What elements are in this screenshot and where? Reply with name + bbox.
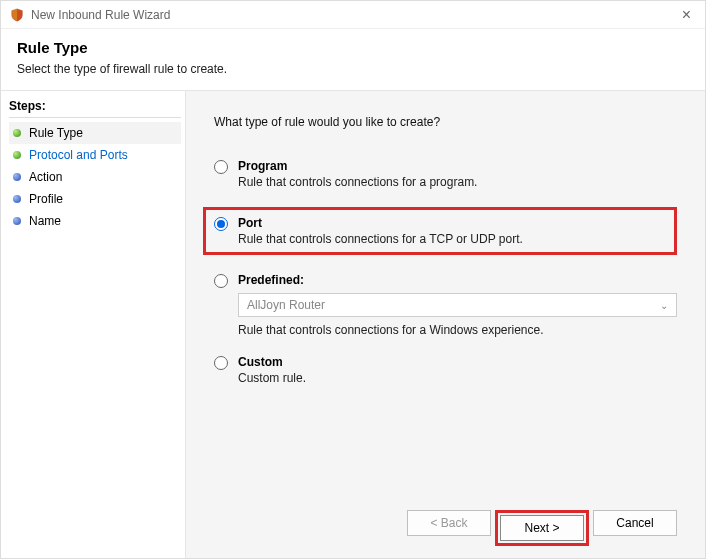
close-icon[interactable]: × bbox=[676, 6, 697, 24]
titlebar: New Inbound Rule Wizard × bbox=[1, 1, 705, 29]
back-button[interactable]: < Back bbox=[407, 510, 491, 536]
step-bullet-icon bbox=[13, 173, 21, 181]
wizard-header: Rule Type Select the type of firewall ru… bbox=[1, 29, 705, 91]
step-protocol-ports[interactable]: Protocol and Ports bbox=[9, 144, 181, 166]
option-custom[interactable]: Custom Custom rule. bbox=[214, 355, 677, 385]
option-custom-desc: Custom rule. bbox=[238, 371, 306, 385]
steps-sidebar: Steps: Rule Type Protocol and Ports Acti… bbox=[1, 91, 186, 558]
step-bullet-icon bbox=[13, 195, 21, 203]
option-predefined-title: Predefined: bbox=[238, 273, 677, 287]
option-port-desc: Rule that controls connections for a TCP… bbox=[238, 232, 523, 246]
step-rule-type[interactable]: Rule Type bbox=[9, 122, 181, 144]
steps-heading: Steps: bbox=[9, 99, 181, 118]
page-subtitle: Select the type of firewall rule to crea… bbox=[17, 62, 689, 76]
cancel-button[interactable]: Cancel bbox=[593, 510, 677, 536]
step-profile[interactable]: Profile bbox=[9, 188, 181, 210]
option-port-title: Port bbox=[238, 216, 523, 230]
next-button[interactable]: Next > bbox=[500, 515, 584, 541]
page-title: Rule Type bbox=[17, 39, 689, 56]
step-label: Profile bbox=[29, 192, 63, 206]
radio-custom[interactable] bbox=[214, 356, 228, 370]
step-name[interactable]: Name bbox=[9, 210, 181, 232]
step-label: Protocol and Ports bbox=[29, 148, 128, 162]
step-bullet-icon bbox=[13, 129, 21, 137]
firewall-shield-icon bbox=[9, 7, 25, 23]
main-panel: What type of rule would you like to crea… bbox=[186, 91, 705, 558]
step-action[interactable]: Action bbox=[9, 166, 181, 188]
rule-type-options: Program Rule that controls connections f… bbox=[214, 159, 677, 385]
option-predefined-block: Predefined: AllJoyn Router ⌄ Rule that c… bbox=[214, 273, 677, 337]
window-title: New Inbound Rule Wizard bbox=[31, 8, 170, 22]
radio-port[interactable] bbox=[214, 217, 228, 231]
option-program-desc: Rule that controls connections for a pro… bbox=[238, 175, 477, 189]
wizard-footer: < Back Next > Cancel bbox=[214, 498, 677, 546]
option-port-highlight: Port Rule that controls connections for … bbox=[203, 207, 677, 255]
wizard-body: Steps: Rule Type Protocol and Ports Acti… bbox=[1, 91, 705, 558]
next-button-highlight: Next > bbox=[495, 510, 589, 546]
step-bullet-icon bbox=[13, 151, 21, 159]
step-label: Name bbox=[29, 214, 61, 228]
chevron-down-icon: ⌄ bbox=[660, 300, 668, 311]
option-program[interactable]: Program Rule that controls connections f… bbox=[214, 159, 677, 189]
option-port[interactable]: Port Rule that controls connections for … bbox=[214, 216, 666, 246]
step-label: Action bbox=[29, 170, 62, 184]
option-custom-title: Custom bbox=[238, 355, 306, 369]
step-bullet-icon bbox=[13, 217, 21, 225]
predefined-select-value: AllJoyn Router bbox=[247, 298, 325, 312]
step-label: Rule Type bbox=[29, 126, 83, 140]
rule-type-question: What type of rule would you like to crea… bbox=[214, 115, 677, 129]
radio-predefined[interactable] bbox=[214, 274, 228, 288]
option-program-title: Program bbox=[238, 159, 477, 173]
radio-program[interactable] bbox=[214, 160, 228, 174]
option-predefined[interactable]: Predefined: AllJoyn Router ⌄ Rule that c… bbox=[214, 273, 677, 337]
option-predefined-desc: Rule that controls connections for a Win… bbox=[238, 323, 677, 337]
predefined-select[interactable]: AllJoyn Router ⌄ bbox=[238, 293, 677, 317]
